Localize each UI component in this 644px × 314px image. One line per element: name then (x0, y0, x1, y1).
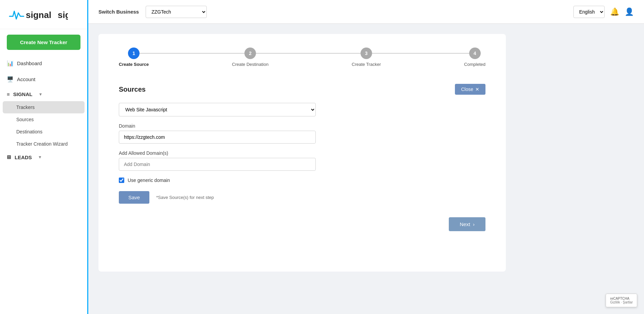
save-note: *Save Source(s) for next step (156, 195, 214, 200)
close-icon: ✕ (475, 87, 479, 92)
use-generic-domain-row: Use generic domain (119, 178, 485, 183)
sources-title: Sources (119, 86, 146, 93)
domain-label: Domain (119, 123, 485, 129)
source-type-group: Web Site Javascript Mobile SDK API (119, 103, 485, 116)
sources-header: Sources Close ✕ (119, 84, 485, 95)
header-right: English Turkish 🔔 👤 (573, 6, 634, 18)
add-domain-input[interactable] (119, 158, 316, 171)
sidebar: signal sight Create New Tracker 📊 Dashbo… (0, 0, 88, 314)
user-avatar-icon[interactable]: 👤 (625, 7, 634, 16)
next-arrow-icon: › (473, 221, 475, 227)
sidebar-item-label: Account (17, 76, 35, 82)
switch-business-label: Switch Business (98, 9, 139, 15)
signal-section-header[interactable]: ≡ SIGNAL ▼ (0, 87, 87, 101)
svg-text:sight: sight (58, 10, 68, 20)
step-3: 3 Create Tracker (352, 48, 381, 67)
sidebar-item-sources[interactable]: Sources (0, 113, 87, 126)
recaptcha-badge: reCAPTCHA Gizlilik · Şartlar (606, 294, 637, 307)
source-type-select[interactable]: Web Site Javascript Mobile SDK API (119, 103, 316, 116)
step-4-label: Completed (464, 62, 485, 67)
chevron-down-icon: ▼ (38, 92, 42, 97)
step-2: 2 Create Destination (232, 48, 269, 67)
sidebar-navigation: 📊 Dashboard 🖥️ Account ≡ SIGNAL ▼ Tracke… (0, 55, 87, 314)
step-2-label: Create Destination (232, 62, 269, 67)
chart-icon: 📊 (7, 60, 14, 67)
signal-icon: ≡ (7, 91, 10, 97)
destinations-label: Destinations (16, 129, 42, 134)
signal-section-label: SIGNAL (13, 91, 33, 97)
sidebar-item-dashboard[interactable]: 📊 Dashboard (0, 55, 87, 71)
close-button-label: Close (461, 87, 473, 92)
main-content: Switch Business ZZGTech English Turkish … (88, 0, 644, 314)
step-4: 4 Completed (464, 48, 485, 67)
logo-area: signal sight (0, 0, 87, 29)
step-4-circle: 4 (469, 48, 481, 59)
business-select[interactable]: ZZGTech (146, 6, 207, 18)
wizard-stepper: 1 Create Source 2 Create Destination 3 (119, 48, 485, 67)
leads-section-header[interactable]: ⊞ LEADS ▼ (0, 150, 87, 164)
wizard-label: Tracker Creation Wizard (16, 141, 68, 147)
close-button[interactable]: Close ✕ (455, 84, 485, 95)
sidebar-item-trackers[interactable]: Trackers (3, 101, 85, 113)
step-1: 1 Create Source (119, 48, 149, 67)
svg-text:signal: signal (26, 10, 51, 20)
monitor-icon: 🖥️ (7, 76, 14, 82)
leads-icon: ⊞ (7, 154, 11, 160)
chevron-down-icon-leads: ▼ (38, 155, 42, 160)
recaptcha-text: reCAPTCHA (610, 297, 633, 300)
step-1-label: Create Source (119, 62, 149, 67)
sidebar-item-tracker-creation-wizard[interactable]: Tracker Creation Wizard (0, 138, 87, 150)
domain-group: Domain (119, 123, 485, 144)
step-3-label: Create Tracker (352, 62, 381, 67)
wizard-card: 1 Create Source 2 Create Destination 3 (98, 34, 506, 272)
page-header: Switch Business ZZGTech English Turkish … (88, 0, 644, 24)
next-button-label: Next (460, 221, 470, 227)
language-select[interactable]: English Turkish (573, 6, 605, 18)
step-3-circle: 3 (361, 48, 372, 59)
create-new-tracker-button[interactable]: Create New Tracker (7, 35, 80, 50)
save-row: Save *Save Source(s) for next step (119, 191, 485, 204)
use-generic-domain-checkbox[interactable] (119, 178, 124, 183)
next-row: Next › (119, 217, 485, 231)
sidebar-item-destinations[interactable]: Destinations (0, 126, 87, 138)
next-button[interactable]: Next › (449, 217, 485, 231)
trackers-label: Trackers (16, 105, 35, 110)
sources-label: Sources (16, 117, 34, 122)
bell-icon[interactable]: 🔔 (610, 7, 619, 16)
step-1-circle: 1 (128, 48, 140, 59)
recaptcha-links: Gizlilik · Şartlar (610, 300, 633, 304)
use-generic-domain-label[interactable]: Use generic domain (128, 178, 170, 183)
add-allowed-domains-group: Add Allowed Domain(s) (119, 150, 485, 171)
sidebar-item-account[interactable]: 🖥️ Account (0, 71, 87, 87)
save-button[interactable]: Save (119, 191, 149, 204)
page-body: 1 Create Source 2 Create Destination 3 (88, 24, 644, 314)
add-allowed-domains-label: Add Allowed Domain(s) (119, 150, 485, 156)
sidebar-item-label: Dashboard (17, 60, 42, 66)
leads-section-label: LEADS (15, 154, 32, 160)
step-2-circle: 2 (244, 48, 256, 59)
domain-input[interactable] (119, 131, 316, 144)
logo-svg: signal sight (7, 6, 68, 21)
